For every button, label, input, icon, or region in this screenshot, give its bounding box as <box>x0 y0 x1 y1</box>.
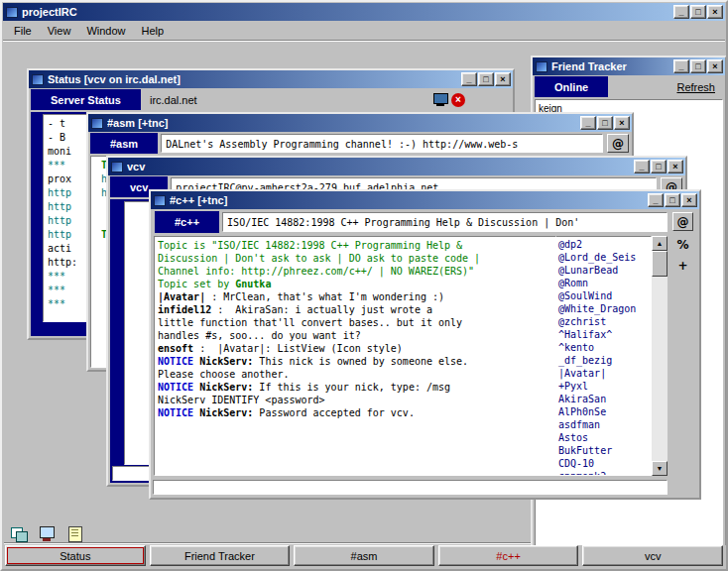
chat-line: handles #s, soo... do you want it? <box>158 329 552 342</box>
at-icon[interactable]: @ <box>672 212 693 231</box>
network-windows-icon[interactable] <box>11 526 28 542</box>
user-item[interactable]: @zchrist <box>558 315 649 328</box>
user-item[interactable]: ^kento <box>558 341 649 354</box>
friend-tracker-tabrow: Online Refresh <box>533 75 725 98</box>
window-icon <box>91 118 103 129</box>
tab-cpp[interactable]: #c++ <box>155 211 219 233</box>
taskbar-button-vcv[interactable]: vcv <box>582 545 723 566</box>
disconnect-icon[interactable]: × <box>451 93 465 107</box>
chat-segment: ensoft <box>158 343 193 354</box>
status-titlebar[interactable]: Status [vcv on irc.dal.net] _ □ × <box>29 70 513 88</box>
minimize-button[interactable]: _ <box>580 116 596 130</box>
app-icon <box>6 7 18 18</box>
status-tabrow: Server Status irc.dal.net × <box>29 88 513 111</box>
menu-view[interactable]: View <box>40 23 79 39</box>
user-item[interactable]: ^Halifax^ <box>558 328 649 341</box>
maximize-button[interactable]: □ <box>597 116 613 130</box>
at-icon[interactable]: @ <box>607 134 629 153</box>
user-item[interactable]: +Pyxl <box>558 380 649 393</box>
chat-line: Topic is "ISO/IEC 14882:1998 C++ Program… <box>158 239 552 252</box>
cpp-channel-window[interactable]: #c++ [+tnc] _ □ × #c++ ISO/IEC 14882:199… <box>149 189 701 500</box>
plus-icon[interactable]: + <box>677 259 687 273</box>
minimize-button[interactable]: _ <box>673 59 689 73</box>
chat-segment: Topic is "ISO/IEC 14882:1998 C++ Program… <box>158 240 462 251</box>
close-button[interactable]: × <box>707 59 723 73</box>
asm-titlebar[interactable]: #asm [+tnc] _ □ × <box>88 114 632 132</box>
vcv-titlebar[interactable]: vcv _ □ × <box>108 158 685 175</box>
chat-area[interactable]: Topic is "ISO/IEC 14882:1998 C++ Program… <box>154 236 556 476</box>
scroll-track[interactable] <box>652 251 667 461</box>
chat-line: Topic set by Gnutka <box>158 278 552 290</box>
tab-asm[interactable]: #asm <box>90 133 158 154</box>
minimize-button[interactable]: _ <box>673 5 689 19</box>
user-item[interactable]: _df_bezig <box>558 354 649 367</box>
user-item[interactable]: BukFutter <box>558 444 649 457</box>
monitor-send-icon[interactable] <box>39 526 56 542</box>
menu-window[interactable]: Window <box>78 23 133 39</box>
close-button[interactable]: × <box>614 116 630 130</box>
app-window: projectIRC _ □ × File View Window Help S… <box>0 0 728 571</box>
chat-segment: Topic set by <box>158 279 235 289</box>
user-item[interactable]: @Lord_de_Seis <box>558 251 649 264</box>
cpp-topic: ISO/IEC 14882:1998 C++ Programming Help … <box>222 212 667 232</box>
userlist-scrollbar[interactable]: ▲ ▼ <box>652 236 667 476</box>
chat-segment: Discussion | Don't ask to ask | DO ask t… <box>158 253 480 264</box>
user-item[interactable]: AkiraSan <box>558 393 649 405</box>
window-taskbar: Status Friend Tracker #asm #c++ vcv <box>5 545 723 566</box>
minimize-button[interactable]: _ <box>634 160 650 173</box>
user-list[interactable]: @dp2@Lord_de_Seis@LunarBead@Romn@SoulWin… <box>556 236 652 476</box>
menu-file[interactable]: File <box>6 23 40 39</box>
maximize-button[interactable]: □ <box>651 160 667 173</box>
chat-segment: handles #s, soo... do you want it? <box>158 330 361 341</box>
logbook-icon[interactable] <box>66 526 83 542</box>
maximize-button[interactable]: □ <box>690 5 706 19</box>
close-button[interactable]: × <box>667 160 683 173</box>
monitor-connect-icon[interactable] <box>432 93 448 106</box>
user-item[interactable]: |Avatar| <box>558 367 649 380</box>
taskbar-button-status[interactable]: Status <box>5 545 146 566</box>
chat-segment: NOTICE <box>158 407 199 418</box>
minimize-button[interactable]: _ <box>648 193 664 207</box>
scroll-down-icon[interactable]: ▼ <box>652 461 667 476</box>
user-item[interactable]: @LunarBead <box>558 264 649 277</box>
taskbar-button-asm[interactable]: #asm <box>294 545 434 566</box>
message-input[interactable] <box>153 480 667 495</box>
tab-online[interactable]: Online <box>535 76 608 97</box>
asm-topic: DALnet's Assembly Programming channel! :… <box>161 134 603 153</box>
refresh-button[interactable]: Refresh <box>668 76 723 97</box>
maximize-button[interactable]: □ <box>690 59 706 73</box>
close-button[interactable]: × <box>681 193 697 207</box>
chat-segment: NickServ: <box>199 382 253 393</box>
chat-segment: : AkiraSan: i actually just wrote a <box>211 304 432 315</box>
chat-line: infidel12 : AkiraSan: i actually just wr… <box>158 303 552 316</box>
taskbar-button-cpp[interactable]: #c++ <box>438 545 579 566</box>
percent-icon[interactable]: % <box>676 238 688 252</box>
chat-segment: NickServ IDENTIFY <password> <box>158 395 325 405</box>
user-item[interactable]: @White_Dragon <box>558 302 649 315</box>
maximize-button[interactable]: □ <box>665 193 680 207</box>
scroll-up-icon[interactable]: ▲ <box>652 236 667 251</box>
chat-segment: infidel12 <box>158 304 211 315</box>
tab-server-status[interactable]: Server Status <box>31 89 141 110</box>
user-item[interactable]: asdfman <box>558 418 649 431</box>
user-item[interactable]: @Romn <box>558 277 649 289</box>
chat-segment: : |Avatar|: ListView (Icon style) <box>193 343 403 354</box>
chat-segment: This nick is owned by someone else. <box>253 356 468 367</box>
menu-help[interactable]: Help <box>134 23 173 39</box>
friend-tracker-titlebar[interactable]: Friend Tracker _ □ × <box>533 57 725 75</box>
user-item[interactable]: AlPh0nSe <box>558 405 649 418</box>
cpp-titlebar[interactable]: #c++ [+tnc] _ □ × <box>151 191 699 209</box>
close-button[interactable]: × <box>707 5 723 19</box>
close-button[interactable]: × <box>495 72 511 86</box>
user-item[interactable]: CDQ-10 <box>558 457 649 470</box>
minimize-button[interactable]: _ <box>461 72 477 86</box>
taskbar-button-friend-tracker[interactable]: Friend Tracker <box>150 545 291 566</box>
scroll-thumb[interactable] <box>652 251 667 277</box>
user-item[interactable]: cppmonk2 <box>558 470 649 476</box>
main-titlebar[interactable]: projectIRC _ □ × <box>3 3 725 21</box>
user-item[interactable]: @dp2 <box>558 238 649 251</box>
user-item[interactable]: Astos <box>558 431 649 444</box>
bottom-toolbar <box>11 526 83 542</box>
maximize-button[interactable]: □ <box>478 72 494 86</box>
user-item[interactable]: @SoulWind <box>558 289 649 302</box>
